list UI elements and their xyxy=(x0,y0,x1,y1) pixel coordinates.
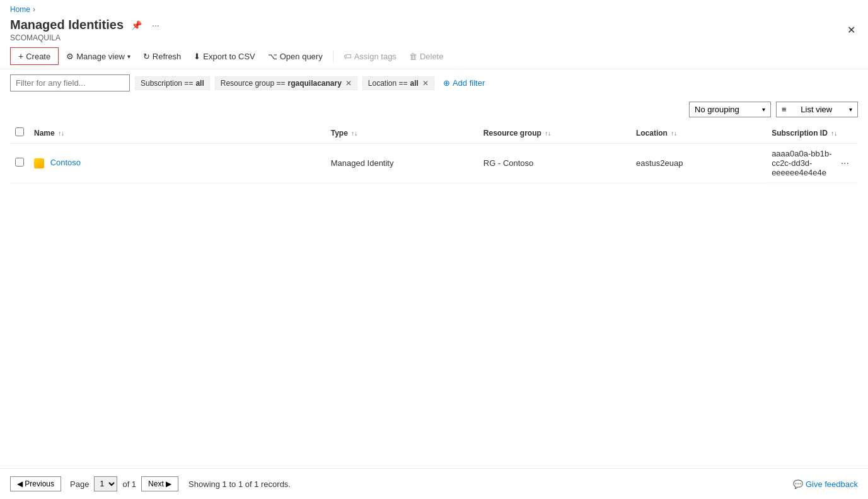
breadcrumb-home[interactable]: Home xyxy=(10,5,30,14)
pin-button[interactable]: 📌 xyxy=(129,19,144,32)
sort-rg-icon: ↑↓ xyxy=(545,130,551,137)
table-row: Contoso Managed Identity RG - Contoso ea… xyxy=(10,144,858,184)
cell-subscription-id: aaaa0a0a-bb1b-cc2c-dd3d-eeeeee4e4e4e ··· xyxy=(767,144,858,183)
add-filter-icon: ⊕ xyxy=(443,78,450,88)
previous-page-button[interactable]: ◀ Previous xyxy=(10,476,61,491)
select-all-col xyxy=(10,122,29,144)
add-filter-button[interactable]: ⊕ Add filter xyxy=(439,76,489,90)
sort-name-icon: ↑↓ xyxy=(58,130,64,137)
table-header-row: Name ↑↓ Type ↑↓ Resource group ↑↓ Locati… xyxy=(10,122,858,144)
resources-table: Name ↑↓ Type ↑↓ Resource group ↑↓ Locati… xyxy=(10,122,858,184)
filter-input[interactable] xyxy=(10,74,130,91)
title-area: Managed Identities 📌 ··· SCOMAQUILA xyxy=(10,18,845,42)
location-filter-close[interactable]: ✕ xyxy=(422,79,429,88)
give-feedback-button[interactable]: 💬 Give feedback xyxy=(793,479,858,489)
col-header-subscription-id[interactable]: Subscription ID ↑↓ xyxy=(767,122,858,144)
resource-group-filter-tag: Resource group == rgaquilacanary ✕ xyxy=(215,76,357,90)
more-options-button[interactable]: ··· xyxy=(149,19,162,32)
manage-view-button[interactable]: ⚙ Manage view ▾ xyxy=(61,49,136,64)
breadcrumb: Home › xyxy=(0,0,868,16)
toolbar-separator xyxy=(333,50,333,62)
page-label: Page xyxy=(70,479,89,489)
row-more-button[interactable]: ··· xyxy=(837,156,853,170)
row-checkbox-cell xyxy=(10,144,29,184)
col-header-name[interactable]: Name ↑↓ xyxy=(29,122,326,144)
page-subtitle: SCOMAQUILA xyxy=(10,33,845,42)
table-container: Name ↑↓ Type ↑↓ Resource group ↑↓ Locati… xyxy=(0,122,868,184)
query-icon: ⌥ xyxy=(268,52,277,61)
view-controls: No grouping ▾ ≡ List view ▾ xyxy=(0,97,868,122)
chevron-down-icon: ▾ xyxy=(762,106,765,113)
manage-view-icon: ⚙ xyxy=(66,52,74,61)
export-icon: ⬇ xyxy=(194,52,200,61)
cell-type: Managed Identity xyxy=(326,144,478,184)
list-view-icon: ≡ xyxy=(782,105,787,114)
sort-type-icon: ↑↓ xyxy=(351,130,357,137)
feedback-icon: 💬 xyxy=(793,479,803,489)
location-filter-tag: Location == all ✕ xyxy=(362,76,434,90)
select-all-checkbox[interactable] xyxy=(15,127,24,136)
create-button[interactable]: + Create xyxy=(10,47,59,65)
col-header-location[interactable]: Location ↑↓ xyxy=(631,122,767,144)
sort-loc-icon: ↑↓ xyxy=(671,130,677,137)
col-header-type[interactable]: Type ↑↓ xyxy=(326,122,478,144)
managed-identity-icon xyxy=(34,158,44,168)
resource-group-filter-close[interactable]: ✕ xyxy=(345,79,352,88)
page-header: Managed Identities 📌 ··· SCOMAQUILA ✕ xyxy=(0,16,868,44)
showing-text: Showing 1 to 1 of 1 records. xyxy=(188,479,291,489)
refresh-icon: ↻ xyxy=(143,52,150,61)
row-checkbox[interactable] xyxy=(15,158,24,167)
page-select[interactable]: 1 xyxy=(94,476,117,491)
chevron-down-icon: ▾ xyxy=(127,53,130,60)
cell-name: Contoso xyxy=(29,144,326,184)
next-page-button[interactable]: Next ▶ xyxy=(141,476,178,491)
delete-icon: 🗑 xyxy=(409,52,417,61)
chevron-down-icon: ▾ xyxy=(849,106,852,113)
view-dropdown[interactable]: ≡ List view ▾ xyxy=(776,102,858,117)
plus-icon: + xyxy=(18,51,23,61)
toolbar: + Create ⚙ Manage view ▾ ↻ Refresh ⬇ Exp… xyxy=(0,44,868,69)
breadcrumb-separator: › xyxy=(33,5,35,14)
resource-name-link[interactable]: Contoso xyxy=(50,158,81,167)
assign-tags-button[interactable]: 🏷 Assign tags xyxy=(339,49,402,64)
refresh-button[interactable]: ↻ Refresh xyxy=(138,49,187,64)
subscription-filter-tag: Subscription == all xyxy=(135,76,210,90)
cell-location: eastus2euap xyxy=(631,144,767,184)
sort-sub-icon: ↑↓ xyxy=(831,130,837,137)
tag-icon: 🏷 xyxy=(344,52,352,61)
filter-bar: Subscription == all Resource group == rg… xyxy=(0,69,868,97)
page-title: Managed Identities xyxy=(10,18,124,32)
cell-resource-group: RG - Contoso xyxy=(478,144,631,184)
grouping-dropdown[interactable]: No grouping ▾ xyxy=(689,102,771,117)
close-button[interactable]: ✕ xyxy=(845,21,858,38)
col-header-resource-group[interactable]: Resource group ↑↓ xyxy=(478,122,631,144)
pagination: ◀ Previous Page 1 of 1 Next ▶ Showing 1 … xyxy=(0,468,868,499)
delete-button[interactable]: 🗑 Delete xyxy=(404,49,449,64)
of-label: of 1 xyxy=(122,479,136,489)
export-csv-button[interactable]: ⬇ Export to CSV xyxy=(188,49,260,64)
open-query-button[interactable]: ⌥ Open query xyxy=(263,49,328,64)
